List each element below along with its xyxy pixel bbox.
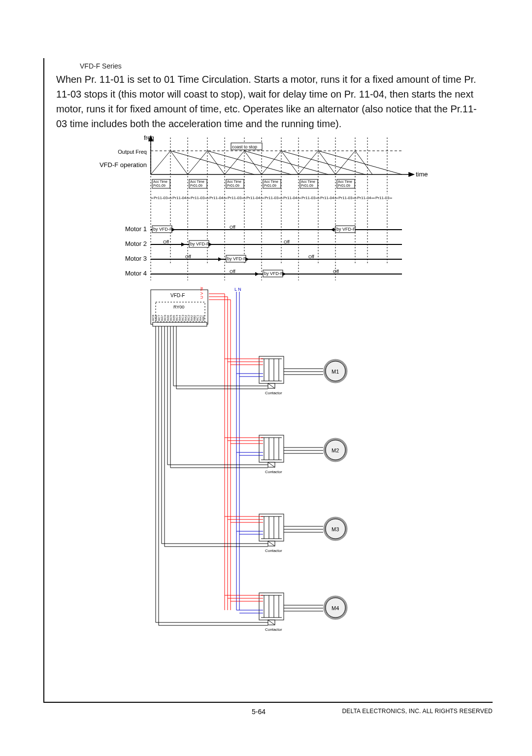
- svg-text:Acc TimePr01-09: Acc TimePr01-09: [153, 180, 167, 187]
- wiring-diagram: VFD-F RY00 U V W L N RC8 RA8 RC7 RA7: [57, 285, 471, 640]
- acc-box-3: Acc TimePr01-09: [226, 179, 244, 188]
- svg-text:Off: Off: [333, 269, 339, 274]
- svg-text:M4: M4: [332, 605, 339, 611]
- svg-text:by VFD-F: by VFD-F: [336, 227, 356, 232]
- svg-rect-171: [259, 435, 284, 462]
- svg-text:Contactor: Contactor: [265, 627, 282, 632]
- svg-text:M3: M3: [332, 526, 339, 532]
- svg-rect-128: [153, 322, 207, 326]
- timing-chart: freq Output Freq VFD-F operation time: [57, 135, 471, 283]
- svg-text:Pr11-04: Pr11-04: [246, 196, 261, 200]
- svg-text:Pr11-04: Pr11-04: [283, 196, 298, 200]
- acc-box-6: Acc TimePr01-09: [337, 179, 355, 188]
- svg-marker-86: [331, 228, 334, 232]
- label-motor4: Motor 4: [125, 270, 147, 277]
- svg-marker-17: [409, 172, 414, 176]
- svg-text:Off: Off: [163, 240, 169, 244]
- svg-marker-85: [171, 228, 175, 232]
- diagram: freq Output Freq VFD-F operation time: [57, 135, 480, 642]
- svg-text:by VFD-F: by VFD-F: [153, 227, 172, 232]
- svg-text:Pr11-03: Pr11-03: [228, 196, 242, 200]
- acc-box-1: Acc TimePr01-09: [152, 179, 170, 188]
- label-drive: VFD-F: [170, 293, 185, 298]
- svg-text:Pr11-03: Pr11-03: [191, 196, 205, 200]
- svg-text:Off: Off: [185, 254, 191, 259]
- svg-text:Pr11-04: Pr11-04: [172, 196, 187, 200]
- label-coast: coast to stop: [232, 144, 257, 149]
- label-ry00: RY00: [173, 305, 184, 309]
- label-motor3: Motor 3: [125, 255, 147, 262]
- svg-rect-221: [259, 593, 284, 620]
- label-output-freq: Output Freq: [118, 149, 147, 155]
- svg-text:V: V: [200, 292, 204, 295]
- svg-marker-104: [282, 272, 286, 276]
- series-header: VFD-F Series: [80, 62, 493, 70]
- svg-text:Contactor: Contactor: [265, 549, 282, 553]
- svg-text:by VFD-F: by VFD-F: [227, 256, 246, 261]
- svg-text:M2: M2: [332, 447, 339, 453]
- label-vfd-operation: VFD-F operation: [100, 161, 147, 169]
- svg-rect-145: [259, 356, 284, 383]
- svg-text:Off: Off: [308, 254, 314, 259]
- svg-marker-97: [218, 257, 222, 261]
- svg-text:Acc TimePr01-09: Acc TimePr01-09: [264, 180, 278, 187]
- svg-text:Pr11-04: Pr11-04: [357, 196, 371, 200]
- svg-text:by VFD-F: by VFD-F: [264, 271, 283, 276]
- page-number: 5-64: [44, 708, 271, 716]
- svg-text:Off: Off: [230, 225, 235, 230]
- svg-marker-98: [245, 257, 249, 261]
- acc-box-2: Acc TimePr01-09: [189, 179, 207, 188]
- svg-text:Acc TimePr01-09: Acc TimePr01-09: [301, 180, 315, 187]
- svg-rect-196: [259, 514, 284, 541]
- svg-text:RB1: RB1: [202, 315, 205, 321]
- motor-group-4: Contactor M4: [156, 593, 346, 632]
- motor-group-2: Contactor M2: [167, 435, 346, 474]
- svg-text:Contactor: Contactor: [265, 470, 282, 474]
- acc-box-5: Acc TimePr01-09: [300, 179, 318, 188]
- svg-text:Pr11-03: Pr11-03: [154, 196, 168, 200]
- svg-text:Pr11-04: Pr11-04: [209, 196, 224, 200]
- svg-line-23: [318, 151, 402, 174]
- svg-marker-92: [208, 242, 212, 246]
- svg-marker-91: [181, 242, 185, 246]
- acc-box-4: Acc TimePr01-09: [263, 179, 281, 188]
- label-motor2: Motor 2: [125, 240, 147, 247]
- svg-marker-103: [255, 272, 259, 276]
- svg-text:Contactor: Contactor: [265, 391, 282, 395]
- svg-text:Acc TimePr01-09: Acc TimePr01-09: [227, 180, 241, 187]
- copyright: DELTA ELECTRONICS, INC. ALL RIGHTS RESER…: [271, 708, 493, 716]
- svg-text:Off: Off: [230, 269, 235, 274]
- svg-text:Off: Off: [284, 240, 290, 244]
- svg-text:Acc TimePr01-09: Acc TimePr01-09: [190, 180, 204, 187]
- svg-text:Pr11-04: Pr11-04: [320, 196, 334, 200]
- svg-text:M1: M1: [332, 369, 339, 375]
- axis-freq: freq: [144, 135, 154, 141]
- svg-text:by VFD-F: by VFD-F: [190, 241, 209, 246]
- svg-text:Pr11-03: Pr11-03: [265, 196, 279, 200]
- svg-text:Pr11-03: Pr11-03: [375, 196, 390, 200]
- label-motor1: Motor 1: [125, 225, 147, 233]
- svg-text:Pr11-03: Pr11-03: [301, 196, 316, 200]
- motor-group-3: Contactor M3: [162, 514, 346, 553]
- motor-group-1: Contactor M1: [173, 356, 346, 395]
- axis-time: time: [416, 171, 428, 178]
- svg-text:W: W: [200, 287, 204, 291]
- label-ln: L N: [234, 287, 241, 292]
- svg-text:Acc TimePr01-09: Acc TimePr01-09: [338, 180, 352, 187]
- body-paragraph: When Pr. 11-01 is set to 01 Time Circula…: [56, 72, 481, 131]
- svg-text:Pr11-03: Pr11-03: [338, 196, 353, 200]
- svg-text:U: U: [200, 296, 204, 299]
